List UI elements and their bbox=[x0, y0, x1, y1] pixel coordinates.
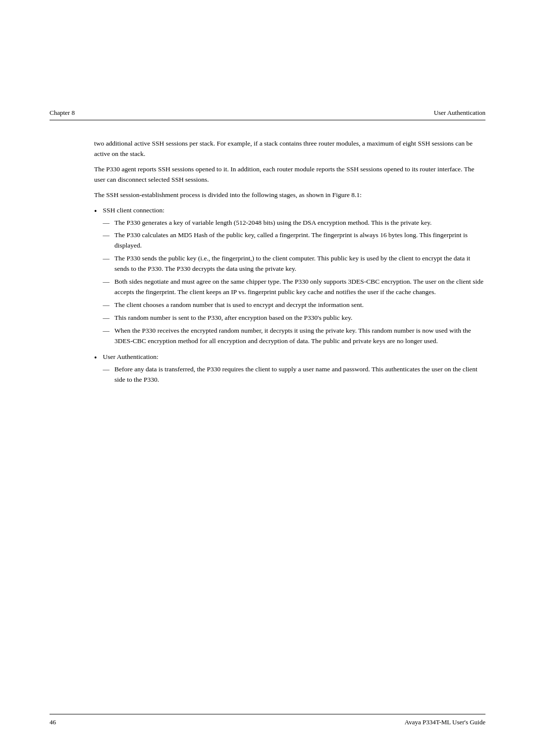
sub-item-ssh-3: — The P330 sends the public key (i.e., t… bbox=[103, 253, 485, 274]
bullet-content-ssh: SSH client connection: — The P330 genera… bbox=[103, 205, 485, 349]
sub-dash-3: — bbox=[103, 253, 110, 264]
sub-dash-4: — bbox=[103, 277, 110, 287]
sub-item-auth-1: — Before any data is transferred, the P3… bbox=[103, 364, 485, 385]
sub-content-ssh-4: Both sides negotiate and must agree on t… bbox=[114, 277, 485, 298]
paragraph-1: two additional active SSH sessions per s… bbox=[94, 139, 485, 159]
footer-page-number: 46 bbox=[50, 718, 56, 726]
sub-dash-6: — bbox=[103, 313, 110, 323]
sub-item-ssh-5: — The client chooses a random number tha… bbox=[103, 300, 485, 310]
page-header: Chapter 8 User Authentication bbox=[50, 109, 485, 120]
bullet-item-ssh: • SSH client connection: — The P330 gene… bbox=[94, 205, 485, 349]
sub-item-ssh-1: — The P330 generates a key of variable l… bbox=[103, 218, 485, 228]
sub-item-ssh-6: — This random number is sent to the P330… bbox=[103, 313, 485, 323]
sub-dash-5: — bbox=[103, 300, 110, 310]
sub-item-ssh-2: — The P330 calculates an MD5 Hash of the… bbox=[103, 230, 485, 251]
paragraph-2: The P330 agent reports SSH sessions open… bbox=[94, 164, 485, 185]
content-area: two additional active SSH sessions per s… bbox=[94, 139, 485, 390]
auth-sub-list: — Before any data is transferred, the P3… bbox=[103, 364, 485, 385]
sub-content-ssh-3: The P330 sends the public key (i.e., the… bbox=[114, 253, 485, 274]
sub-dash-1: — bbox=[103, 218, 110, 228]
sub-dash-7: — bbox=[103, 326, 110, 336]
ssh-sub-list: — The P330 generates a key of variable l… bbox=[103, 218, 485, 347]
sub-content-ssh-6: This random number is sent to the P330, … bbox=[114, 313, 485, 323]
bullet-label-auth: User Authentication: bbox=[103, 353, 159, 360]
bullet-label-ssh: SSH client connection: bbox=[103, 206, 164, 214]
bullet-dot-ssh: • bbox=[94, 206, 97, 217]
sub-content-ssh-2: The P330 calculates an MD5 Hash of the p… bbox=[114, 230, 485, 251]
header-section: User Authentication bbox=[434, 109, 485, 117]
paragraph-3: The SSH session-establishment process is… bbox=[94, 190, 485, 201]
sub-content-auth-1: Before any data is transferred, the P330… bbox=[114, 364, 485, 385]
sub-content-ssh-5: The client chooses a random number that … bbox=[114, 300, 485, 310]
sub-dash-2: — bbox=[103, 230, 110, 241]
bullet-content-auth: User Authentication: — Before any data i… bbox=[103, 352, 485, 388]
footer-document-title: Avaya P334T-ML User's Guide bbox=[405, 718, 485, 726]
main-bullet-list: • SSH client connection: — The P330 gene… bbox=[94, 205, 485, 388]
sub-item-ssh-4: — Both sides negotiate and must agree on… bbox=[103, 277, 485, 298]
bullet-item-auth: • User Authentication: — Before any data… bbox=[94, 352, 485, 388]
page: Chapter 8 User Authentication two additi… bbox=[0, 0, 535, 756]
header-chapter: Chapter 8 bbox=[50, 109, 75, 117]
sub-item-ssh-7: — When the P330 receives the encrypted r… bbox=[103, 326, 485, 347]
sub-content-ssh-7: When the P330 receives the encrypted ran… bbox=[114, 326, 485, 347]
page-footer: 46 Avaya P334T-ML User's Guide bbox=[50, 714, 485, 726]
sub-dash-auth-1: — bbox=[103, 364, 110, 375]
bullet-dot-auth: • bbox=[94, 353, 97, 363]
sub-content-ssh-1: The P330 generates a key of variable len… bbox=[114, 218, 485, 228]
